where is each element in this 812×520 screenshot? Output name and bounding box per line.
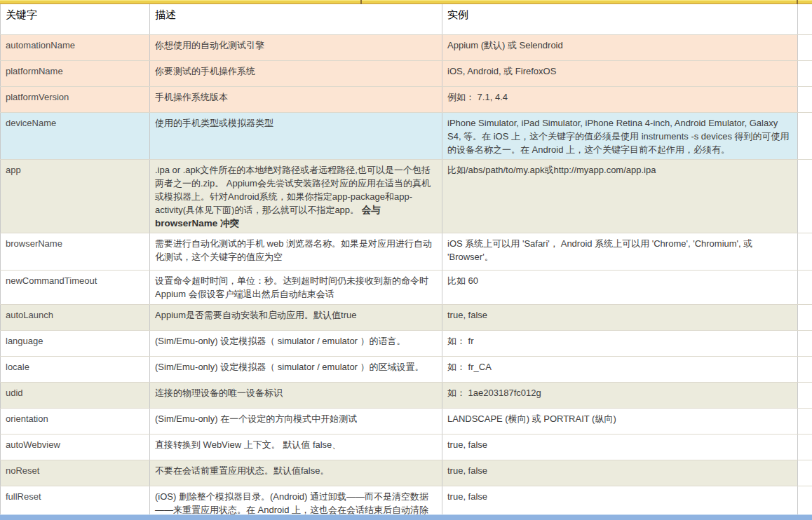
spacer-cell bbox=[798, 331, 812, 357]
description-text: 需要进行自动化测试的手机 web 浏览器名称。如果是对应用进行自动化测试，这个关… bbox=[155, 238, 432, 262]
keyword-cell: orientation bbox=[1, 409, 150, 435]
description-cell: (Sim/Emu-only) 设定模拟器（ simulator / emulat… bbox=[150, 357, 442, 383]
description-text: (Sim/Emu-only) 设定模拟器（ simulator / emulat… bbox=[155, 362, 424, 372]
example-cell: iOS 系统上可以用 'Safari'， Android 系统上可以用 'Chr… bbox=[442, 233, 798, 271]
description-text: 设置命令超时时间，单位：秒。达到超时时间仍未接收到新的命令时 Appium 会假… bbox=[155, 275, 428, 299]
example-cell: 比如 60 bbox=[442, 271, 798, 305]
keyword-cell: browserName bbox=[1, 233, 150, 271]
keyword-cell: automationName bbox=[1, 35, 150, 61]
description-text: 你要测试的手机操作系统 bbox=[155, 66, 255, 76]
example-cell: 比如/abs/path/to/my.apk或http://myapp.com/a… bbox=[442, 160, 798, 233]
table-row: automationName你想使用的自动化测试引擎Appium (默认) 或 … bbox=[1, 35, 812, 61]
description-text: .ipa or .apk文件所在的本地绝对路径或者远程路径,也可以是一个包括两者… bbox=[155, 165, 431, 215]
spacer-cell bbox=[798, 460, 812, 486]
spacer-cell bbox=[798, 35, 812, 61]
spacer-cell bbox=[798, 435, 812, 460]
description-cell: 需要进行自动化测试的手机 web 浏览器名称。如果是对应用进行自动化测试，这个关… bbox=[150, 233, 442, 271]
keyword-cell: deviceName bbox=[1, 113, 150, 160]
table-row: app.ipa or .apk文件所在的本地绝对路径或者远程路径,也可以是一个包… bbox=[1, 160, 812, 233]
table-row: autoWebview直接转换到 WebView 上下文。 默认值 false、… bbox=[1, 435, 812, 460]
spacer-cell bbox=[798, 271, 812, 305]
table-row: newCommandTimeout设置命令超时时间，单位：秒。达到超时时间仍未接… bbox=[1, 271, 812, 305]
spacer-cell bbox=[798, 357, 812, 383]
table-row: browserName需要进行自动化测试的手机 web 浏览器名称。如果是对应用… bbox=[1, 233, 812, 271]
description-text: (Sim/Emu-only) 在一个设定的方向模式中开始测试 bbox=[155, 413, 357, 424]
spacer-cell bbox=[798, 409, 812, 435]
description-cell: (Sim/Emu-only) 在一个设定的方向模式中开始测试 bbox=[150, 409, 442, 435]
example-cell: 如： 1ae203187fc012g bbox=[442, 383, 798, 409]
spacer-cell bbox=[798, 160, 812, 233]
keyword-cell: platformName bbox=[1, 61, 150, 87]
description-cell: 设置命令超时时间，单位：秒。达到超时时间仍未接收到新的命令时 Appium 会假… bbox=[150, 271, 442, 305]
top-divider-bar bbox=[0, 0, 812, 4]
table-header-row: 关键字 描述 实例 bbox=[1, 4, 812, 35]
example-cell: 例如： 7.1, 4.4 bbox=[442, 87, 798, 113]
keyword-cell: language bbox=[1, 331, 150, 357]
header-keyword: 关键字 bbox=[1, 4, 150, 35]
spacer-cell bbox=[798, 383, 812, 409]
spacer-cell bbox=[798, 61, 812, 87]
description-text: 直接转换到 WebView 上下文。 默认值 false、 bbox=[155, 439, 341, 450]
spacer-cell bbox=[798, 233, 812, 271]
table-row: orientation(Sim/Emu-only) 在一个设定的方向模式中开始测… bbox=[1, 409, 812, 435]
description-text: Appium是否需要自动安装和启动应用。默认值true bbox=[155, 310, 356, 320]
keyword-cell: noReset bbox=[1, 460, 150, 486]
keyword-cell: autoWebview bbox=[1, 435, 150, 460]
top-bar-tick bbox=[360, 0, 362, 4]
description-text: 连接的物理设备的唯一设备标识 bbox=[155, 388, 283, 398]
keyword-cell: platformVersion bbox=[1, 87, 150, 113]
example-cell: true, false bbox=[442, 305, 798, 331]
keyword-cell: autoLaunch bbox=[1, 305, 150, 331]
spacer-cell bbox=[798, 113, 812, 160]
description-cell: Appium是否需要自动安装和启动应用。默认值true bbox=[150, 305, 442, 331]
description-cell: .ipa or .apk文件所在的本地绝对路径或者远程路径,也可以是一个包括两者… bbox=[150, 160, 442, 233]
keyword-cell: locale bbox=[1, 357, 150, 383]
example-cell: 如： fr bbox=[442, 331, 798, 357]
description-cell: 手机操作系统版本 bbox=[150, 87, 442, 113]
description-cell: 连接的物理设备的唯一设备标识 bbox=[150, 383, 442, 409]
spacer-cell bbox=[798, 305, 812, 331]
bottom-divider-bar bbox=[0, 514, 812, 520]
example-cell: true, false bbox=[442, 460, 798, 486]
keyword-cell: newCommandTimeout bbox=[1, 271, 150, 305]
header-empty bbox=[798, 4, 812, 35]
spacer-cell bbox=[798, 87, 812, 113]
table-row: noReset不要在会话前重置应用状态。默认值false。true, false bbox=[1, 460, 812, 486]
table-row: locale(Sim/Emu-only) 设定模拟器（ simulator / … bbox=[1, 357, 812, 383]
description-cell: 你要测试的手机操作系统 bbox=[150, 61, 442, 87]
example-cell: LANDSCAPE (横向) 或 PORTRAIT (纵向) bbox=[442, 409, 798, 435]
description-text: 你想使用的自动化测试引擎 bbox=[155, 40, 264, 50]
description-text: 使用的手机类型或模拟器类型 bbox=[155, 118, 273, 128]
example-cell: iOS, Android, 或 FirefoxOS bbox=[442, 61, 798, 87]
header-example: 实例 bbox=[442, 4, 798, 35]
description-cell: 你想使用的自动化测试引擎 bbox=[150, 35, 442, 61]
description-cell: 不要在会话前重置应用状态。默认值false。 bbox=[150, 460, 442, 486]
header-description: 描述 bbox=[150, 4, 442, 35]
description-cell: 使用的手机类型或模拟器类型 bbox=[150, 113, 442, 160]
keyword-cell: app bbox=[1, 160, 150, 233]
example-cell: iPhone Simulator, iPad Simulator, iPhone… bbox=[442, 113, 798, 160]
table-row: language(Sim/Emu-only) 设定模拟器（ simulator … bbox=[1, 331, 812, 357]
example-cell: 如： fr_CA bbox=[442, 357, 798, 383]
table-row: platformName你要测试的手机操作系统iOS, Android, 或 F… bbox=[1, 61, 812, 87]
keyword-cell: udid bbox=[1, 383, 150, 409]
table-row: autoLaunchAppium是否需要自动安装和启动应用。默认值truetru… bbox=[1, 305, 812, 331]
table-row: udid连接的物理设备的唯一设备标识如： 1ae203187fc012g bbox=[1, 383, 812, 409]
table-row: platformVersion手机操作系统版本例如： 7.1, 4.4 bbox=[1, 87, 812, 113]
description-cell: 直接转换到 WebView 上下文。 默认值 false、 bbox=[150, 435, 442, 460]
description-text: 不要在会话前重置应用状态。默认值false。 bbox=[155, 465, 329, 476]
description-text: 手机操作系统版本 bbox=[155, 92, 228, 102]
top-bar-tick bbox=[797, 0, 798, 4]
example-cell: Appium (默认) 或 Selendroid bbox=[442, 35, 798, 61]
capabilities-table: 关键字 描述 实例 automationName你想使用的自动化测试引擎Appi… bbox=[0, 4, 812, 520]
description-text: (Sim/Emu-only) 设定模拟器（ simulator / emulat… bbox=[155, 336, 406, 346]
example-cell: true, false bbox=[442, 435, 798, 460]
table-row: deviceName使用的手机类型或模拟器类型iPhone Simulator,… bbox=[1, 113, 812, 160]
description-cell: (Sim/Emu-only) 设定模拟器（ simulator / emulat… bbox=[150, 331, 442, 357]
